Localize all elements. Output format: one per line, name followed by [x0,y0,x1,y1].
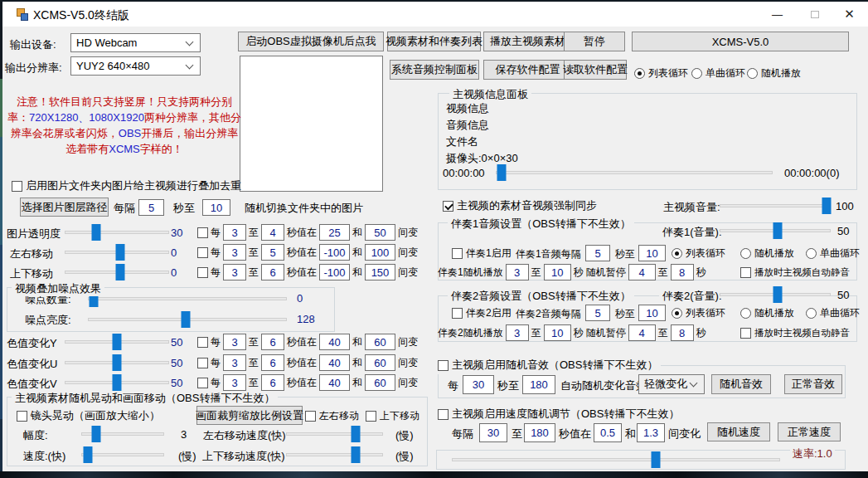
sync-checkbox[interactable]: 主视频的素材音视频强制同步 [443,197,597,215]
slider-thumb[interactable] [822,198,831,214]
slider-thumb[interactable] [115,244,124,261]
slider-thumb[interactable] [352,446,361,463]
sfx-combo[interactable]: 轻微变化 [638,374,705,394]
max-input[interactable]: 60 [365,354,395,371]
acc1-mute-checkbox[interactable]: 播放时主视频自动静音 [740,263,850,281]
checkbox-icon[interactable] [366,411,376,422]
checkbox-icon[interactable] [740,267,751,278]
checkbox-icon[interactable] [17,411,27,422]
acc1-mode-shuffle[interactable]: 随机播放 [740,244,794,262]
slider-track[interactable] [65,231,169,234]
acc1-from-input[interactable]: 5 [585,245,610,261]
acc2-pause-to-input[interactable]: 8 [671,324,694,341]
radio-icon[interactable] [740,248,751,259]
checkbox-icon[interactable] [197,358,208,368]
sfx-to-input[interactable]: 180 [522,375,555,394]
slider-thumb[interactable] [352,426,361,442]
to-input[interactable]: 5 [261,244,284,261]
random-speed-button[interactable]: 随机速度 [707,422,770,441]
radio-icon[interactable] [747,68,758,79]
output-device-combo[interactable]: HD Webcam [70,33,201,52]
min-input[interactable]: 40 [319,354,350,371]
lr-move-slider[interactable] [65,244,169,261]
checkbox-icon[interactable] [740,328,751,339]
choose-image-path-button[interactable]: 选择图片图层路径 [20,198,109,217]
checkbox-icon[interactable] [443,201,453,212]
checkbox-icon[interactable] [197,337,208,348]
radio-icon[interactable] [806,308,817,319]
acc1-pause-from-input[interactable]: 4 [628,264,656,280]
ud-move-checkbox[interactable]: 上下移动 [366,407,419,425]
acc1-enable-checkbox[interactable]: 伴奏1启用 [452,244,512,262]
lens-shake-checkbox[interactable]: 镜头晃动（画面放大缩小） [17,407,160,425]
acc2-mode-list-loop[interactable]: 列表循环 [672,304,725,322]
acc2-volume-slider[interactable] [720,286,831,303]
from-input[interactable]: 3 [223,334,246,350]
checkbox-icon[interactable] [197,227,208,238]
shake-speed-slider[interactable] [81,446,164,463]
acc2-mode-single-loop[interactable]: 单曲循环 [806,304,860,322]
checkbox-icon[interactable] [452,308,463,319]
to-input[interactable]: 4 [261,224,284,241]
radio-icon[interactable] [691,68,702,79]
slider-track[interactable] [720,204,831,207]
from-input[interactable]: 3 [223,224,246,241]
speed-to-input[interactable]: 180 [524,423,555,442]
slider-track[interactable] [496,171,773,174]
checkbox-icon[interactable] [452,248,463,259]
to-input[interactable]: 6 [261,334,284,350]
max-input[interactable]: 60 [365,374,395,391]
sys-audio-button[interactable]: 系统音频控制面板 [390,60,479,80]
max-input[interactable]: 150 [365,264,395,280]
min-input[interactable]: -100 [319,244,350,261]
slider-thumb[interactable] [773,222,782,239]
play-mode-single-loop[interactable]: 单曲循环 [691,64,745,82]
opacity-slider[interactable] [65,224,169,241]
yuv-u-slider[interactable] [65,354,169,371]
acc2-rand-to-input[interactable]: 10 [544,324,571,341]
checkbox-icon[interactable] [197,378,208,388]
yuv-y-slider[interactable] [65,334,169,350]
obs-virtual-cam-button[interactable]: 启动OBS虚拟摄像机后点我 [238,32,384,51]
checkbox-icon[interactable] [438,409,449,420]
max-input[interactable]: 100 [365,244,395,261]
acc1-to-input[interactable]: 10 [638,245,666,261]
play-mode-shuffle[interactable]: 随机播放 [747,64,801,82]
crop-scale-button[interactable]: 画面裁剪缩放比例设置 [196,406,303,425]
sfx-from-input[interactable]: 30 [463,375,494,394]
ud-move-slider[interactable] [65,264,169,280]
acc2-enable-checkbox[interactable]: 伴奏2启用 [452,304,512,322]
play-mode-list-loop[interactable]: 列表循环 [634,64,688,82]
acc1-volume-slider[interactable] [720,222,831,239]
speed-slider[interactable] [452,451,780,468]
amplitude-slider[interactable] [81,426,164,442]
min-input[interactable]: 40 [319,334,350,350]
slider-thumb[interactable] [113,374,122,391]
timeline-slider[interactable] [496,164,773,181]
acc1-mode-single-loop[interactable]: 单曲循环 [806,244,860,262]
checkbox-icon[interactable] [438,360,449,371]
yuv-v-slider[interactable] [65,374,169,391]
slider-thumb[interactable] [651,451,660,468]
acc2-pause-from-input[interactable]: 4 [628,324,656,341]
acc2-rand-from-input[interactable]: 3 [506,324,529,341]
from-input[interactable]: 3 [223,354,246,371]
min-input[interactable]: -100 [319,264,350,280]
interval-from-input[interactable]: 5 [138,199,164,216]
checkbox-icon[interactable] [197,247,208,258]
load-config-button[interactable]: 读取软件配置 [564,60,627,80]
acc1-rand-from-input[interactable]: 3 [506,264,529,280]
slider-thumb[interactable] [113,334,122,350]
slider-thumb[interactable] [113,354,122,371]
slider-track[interactable] [452,458,780,461]
normal-speed-button[interactable]: 正常速度 [778,422,841,441]
slider-thumb[interactable] [92,426,101,442]
min-input[interactable]: 40 [319,374,350,391]
maximize-button[interactable] [796,2,833,27]
checkbox-icon[interactable] [12,181,22,192]
radio-icon[interactable] [672,308,682,319]
interval-to-input[interactable]: 10 [202,199,230,216]
play-main-button[interactable]: 播放主视频素材 [483,32,572,51]
output-resolution-combo[interactable]: YUY2 640×480 [70,56,201,76]
to-input[interactable]: 6 [261,354,284,371]
